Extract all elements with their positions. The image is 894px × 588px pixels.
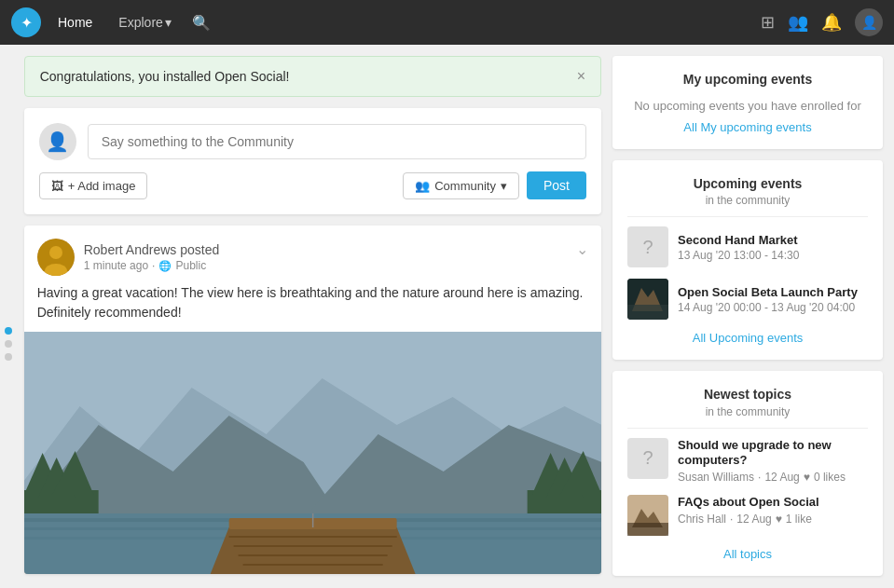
topic-item-1: ? Should we upgrade to new computers? Su… — [627, 438, 868, 485]
add-image-button[interactable]: 🖼 + Add image — [39, 172, 148, 199]
nav-explore[interactable]: Explore ▾ — [109, 11, 180, 34]
all-topics-link[interactable]: All topics — [627, 547, 868, 561]
top-navigation: ✦ Home Explore ▾ 🔍 ⊞ 👥 🔔 👤 — [0, 0, 894, 45]
avatar-icon: 👤 — [46, 130, 69, 153]
scroll-dot-inactive-2 — [5, 353, 12, 361]
chevron-down-icon: ▾ — [165, 15, 172, 30]
event-name-1: Second Hand Market — [678, 233, 799, 247]
question-icon: ? — [642, 237, 653, 258]
sidebar: My upcoming events No upcoming events yo… — [612, 56, 883, 576]
post-metadata: 1 minute ago · 🌐 Public — [84, 259, 220, 272]
scroll-dot-inactive — [5, 340, 12, 348]
logo[interactable]: ✦ — [11, 7, 41, 37]
alert-close-button[interactable]: × — [577, 68, 585, 85]
add-icon[interactable]: ⊞ — [761, 12, 775, 33]
public-icon: 🌐 — [158, 260, 172, 272]
event-item: ? Second Hand Market 13 Aug '20 13:00 - … — [627, 226, 868, 267]
topic-thumb-2 — [627, 495, 668, 536]
post-author-name: Robert Andrews posted — [84, 242, 220, 257]
post-options-button[interactable]: ⌄ — [576, 240, 588, 258]
all-events-link[interactable]: All Upcoming events — [627, 331, 868, 345]
logo-icon: ✦ — [21, 14, 33, 32]
my-events-title: My upcoming events — [627, 71, 868, 88]
topics-title: Newest topics — [627, 386, 868, 403]
post-text: Having a great vacation! The view here i… — [24, 283, 601, 332]
my-events-empty: No upcoming events you have enrolled for — [627, 99, 868, 113]
svg-rect-28 — [627, 305, 668, 320]
all-my-events-link[interactable]: All My upcoming events — [627, 120, 868, 134]
post-button[interactable]: Post — [527, 171, 586, 199]
image-icon: 🖼 — [51, 179, 63, 193]
current-user-avatar: 👤 — [39, 123, 76, 160]
community-events-title: Upcoming events — [627, 175, 868, 192]
user-avatar-nav[interactable]: 👤 — [855, 8, 883, 36]
event-date-1: 13 Aug '20 13:00 - 14:30 — [678, 249, 799, 262]
community-selector-button[interactable]: 👥 Community ▾ — [403, 172, 519, 199]
nav-right-actions: ⊞ 👥 🔔 👤 — [761, 8, 883, 36]
people-icon[interactable]: 👥 — [788, 12, 808, 33]
people-small-icon: 👥 — [415, 179, 430, 193]
topic-name-1: Should we upgrade to new computers? — [678, 438, 868, 470]
topic-thumb-1: ? — [627, 438, 668, 479]
main-column: Congratulations, you installed Open Soci… — [24, 56, 601, 576]
nav-home[interactable]: Home — [48, 11, 102, 34]
post-author-avatar — [37, 239, 75, 276]
notification-icon[interactable]: 🔔 — [821, 12, 842, 33]
svg-point-1 — [49, 246, 62, 259]
event-thumb-1: ? — [627, 226, 668, 267]
post-image — [24, 332, 601, 574]
heart-icon-2: ♥ — [776, 513, 782, 526]
heart-icon: ♥ — [804, 471, 810, 484]
community-events-subtitle: in the community — [627, 194, 868, 207]
scroll-indicators — [0, 45, 13, 587]
community-events-card: Upcoming events in the community ? Secon… — [612, 160, 883, 360]
topic-meta-2: Chris Hall · 12 Aug ♥ 1 like — [678, 513, 819, 526]
event-item-2: Open Social Beta Launch Party 14 Aug '20… — [627, 279, 868, 320]
event-date-2: 14 Aug '20 00:00 - 13 Aug '20 04:00 — [678, 301, 858, 314]
scroll-dot-active — [5, 327, 12, 335]
topic-question-icon: ? — [642, 447, 653, 469]
compose-input[interactable] — [88, 124, 586, 159]
alert-message: Congratulations, you installed Open Soci… — [40, 69, 290, 84]
svg-marker-19 — [210, 527, 415, 574]
topics-subtitle: in the community — [627, 405, 868, 418]
svg-rect-31 — [627, 523, 668, 536]
topics-card: Newest topics in the community ? Should … — [612, 371, 883, 576]
topic-name-2: FAQs about Open Social — [678, 495, 819, 511]
my-events-card: My upcoming events No upcoming events yo… — [612, 56, 883, 149]
event-thumb-2 — [627, 279, 668, 320]
event-name-2: Open Social Beta Launch Party — [678, 285, 858, 299]
topic-item-2: FAQs about Open Social Chris Hall · 12 A… — [627, 495, 868, 536]
alert-banner: Congratulations, you installed Open Soci… — [24, 56, 601, 97]
topic-meta-1: Susan Williams · 12 Aug ♥ 0 likes — [678, 471, 868, 484]
compose-card: 👤 🖼 + Add image 👥 Community ▾ — [24, 108, 601, 214]
user-avatar-icon: 👤 — [861, 15, 877, 30]
chevron-down-icon: ▾ — [501, 179, 507, 193]
post-card: Robert Andrews posted 1 minute ago · 🌐 P… — [24, 226, 601, 574]
search-icon[interactable]: 🔍 — [192, 14, 211, 32]
